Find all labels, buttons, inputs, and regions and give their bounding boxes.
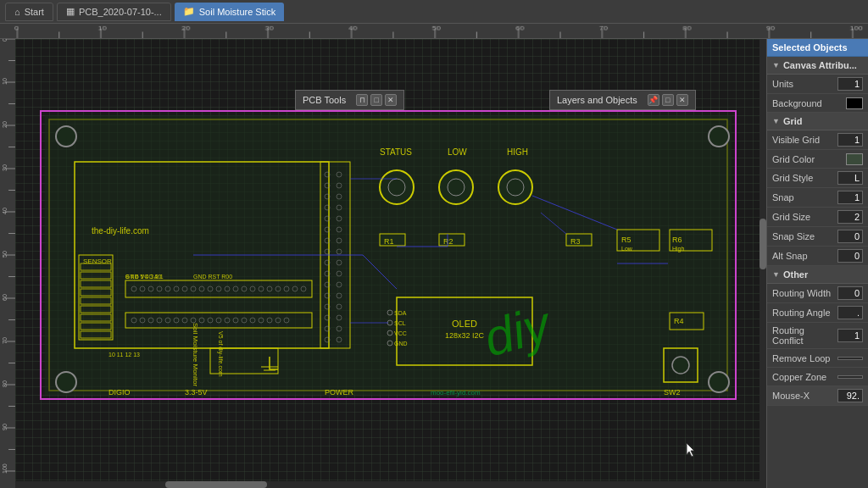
snap-size-row: Snap Size 0: [767, 227, 868, 247]
svg-rect-2: [45, 115, 732, 395]
mouse-x-row: Mouse-X 92.: [767, 386, 868, 406]
alt-snap-label: Alt Snap: [772, 251, 837, 261]
svg-text:GND: GND: [394, 341, 408, 347]
svg-point-5: [56, 372, 76, 392]
layers-pin-btn[interactable]: 📌: [648, 94, 659, 106]
alt-snap-row: Alt Snap 0: [767, 247, 868, 266]
pcb-tab-label: PCB_2020-07-10-...: [79, 7, 162, 17]
routing-conflict-label: Routing Conflict: [772, 325, 837, 346]
canvas-attributes-section[interactable]: ▼ Canvas Attribu...: [767, 57, 868, 75]
svg-text:High: High: [672, 246, 685, 252]
svg-text:SCL: SCL: [394, 320, 406, 326]
start-tab-label: Start: [25, 7, 44, 17]
snap-value[interactable]: 1: [837, 191, 863, 204]
svg-text:R3: R3: [570, 237, 581, 246]
remove-loop-value[interactable]: [837, 357, 863, 360]
layers-close-btn[interactable]: ✕: [676, 94, 688, 106]
copper-zone-value[interactable]: [837, 375, 863, 379]
svg-point-6: [709, 372, 729, 392]
routing-width-value[interactable]: 0: [837, 286, 863, 300]
vertical-scrollbar-thumb[interactable]: [760, 219, 766, 269]
grid-style-row: Grid Style L: [767, 169, 868, 188]
grid-size-label: Grid Size: [772, 212, 837, 222]
svg-text:R6: R6: [672, 236, 682, 244]
svg-text:GND VCC A0: GND VCC A0: [125, 274, 162, 280]
svg-text:STATUS: STATUS: [380, 147, 412, 157]
svg-text:Soil Moisture Monitor: Soil Moisture Monitor: [192, 323, 199, 386]
routing-conflict-value[interactable]: 1: [837, 329, 863, 342]
pcb-board: OLED 128x32 I2C SDA SCL VCC GND diy STAT…: [24, 86, 761, 424]
svg-text:HIGH: HIGH: [507, 147, 528, 157]
background-color-swatch[interactable]: [846, 97, 863, 109]
grid-color-row: Grid Color: [767, 150, 868, 169]
pcb-tools-max-btn[interactable]: □: [370, 94, 382, 106]
svg-text:3.3-5V: 3.3-5V: [185, 388, 208, 396]
svg-text:OLED: OLED: [452, 319, 477, 329]
svg-text:POWER: POWER: [325, 388, 354, 396]
mouse-x-value: 92.: [837, 389, 863, 402]
pcb-tools-pin-btn[interactable]: ⊓: [356, 94, 368, 106]
svg-text:SDA: SDA: [394, 310, 407, 316]
grid-color-swatch[interactable]: [846, 153, 863, 165]
pcb-tools-close-btn[interactable]: ✕: [385, 94, 397, 106]
svg-point-109: [380, 170, 414, 204]
grid-label: Grid: [783, 116, 803, 126]
svg-text:R1: R1: [384, 237, 394, 246]
copper-zone-label: Copper Zone: [772, 372, 837, 382]
visible-grid-label: Visible Grid: [772, 135, 837, 145]
units-value[interactable]: 1: [837, 77, 863, 91]
other-section[interactable]: ▼ Other: [767, 266, 868, 284]
routing-angle-value[interactable]: .: [837, 306, 863, 319]
svg-text:DIGIO: DIGIO: [108, 388, 131, 396]
svg-text:moo-efil-yid.com: moo-efil-yid.com: [431, 389, 481, 396]
visible-grid-row: Visible Grid 1: [767, 130, 868, 150]
background-label: Background: [772, 98, 846, 108]
copper-zone-row: Copper Zone: [767, 368, 868, 386]
svg-text:LOW: LOW: [448, 147, 467, 157]
canvas-arrow-icon: ▼: [772, 61, 780, 69]
grid-style-label: Grid Style: [772, 173, 837, 183]
soil-tab-icon: 📁: [183, 6, 195, 17]
snap-label: Snap: [772, 192, 837, 202]
snap-size-value[interactable]: 0: [837, 230, 863, 243]
snap-row: Snap 1: [767, 188, 868, 208]
svg-text:VCC: VCC: [394, 330, 407, 336]
other-arrow-icon: ▼: [772, 270, 780, 279]
horizontal-scrollbar[interactable]: [15, 481, 766, 488]
grid-style-value[interactable]: L: [837, 171, 863, 185]
pcb-tools-toolbar[interactable]: PCB Tools ⊓ □ ✕: [295, 90, 404, 110]
vertical-scrollbar[interactable]: [760, 39, 766, 488]
tab-pcb[interactable]: ▦ PCB_2020-07-10-...: [57, 3, 171, 21]
start-tab-icon: ⌂: [14, 7, 20, 17]
svg-point-4: [709, 126, 729, 147]
svg-text:R4: R4: [674, 317, 684, 325]
units-label: Units: [772, 79, 837, 89]
horizontal-scrollbar-thumb[interactable]: [165, 481, 267, 488]
canvas-area[interactable]: OLED 128x32 I2C SDA SCL VCC GND diy STAT…: [15, 39, 766, 488]
canvas-attributes-label: Canvas Attribu...: [783, 60, 857, 70]
svg-text:SENSOR: SENSOR: [83, 258, 112, 265]
remove-loop-row: Remove Loop: [767, 349, 868, 368]
alt-snap-value[interactable]: 0: [837, 249, 863, 263]
layers-objects-toolbar[interactable]: Layers and Objects 📌 □ ✕: [549, 90, 696, 110]
svg-text:R2: R2: [443, 237, 453, 246]
svg-point-3: [56, 126, 76, 147]
grid-size-row: Grid Size 2: [767, 208, 868, 227]
grid-size-value[interactable]: 2: [837, 210, 863, 224]
tab-start[interactable]: ⌂ Start: [5, 3, 53, 21]
svg-text:GND RST R00: GND RST R00: [193, 274, 232, 280]
background-row: Background: [767, 94, 868, 113]
svg-point-113: [498, 170, 532, 204]
units-row: Units 1: [767, 75, 868, 94]
svg-text:SW2: SW2: [664, 388, 681, 396]
grid-arrow-icon: ▼: [772, 117, 780, 125]
svg-text:R5: R5: [621, 236, 632, 244]
remove-loop-label: Remove Loop: [772, 353, 837, 363]
grid-section[interactable]: ▼ Grid: [767, 113, 868, 130]
tab-soil[interactable]: 📁 Soil Moisture Stick: [175, 3, 284, 21]
routing-angle-row: Routing Angle .: [767, 303, 868, 323]
routing-angle-label: Routing Angle: [772, 308, 837, 318]
layers-max-btn[interactable]: □: [662, 94, 674, 106]
visible-grid-value[interactable]: 1: [837, 133, 863, 147]
svg-text:V5 of diy-life.com: V5 of diy-life.com: [217, 331, 224, 377]
